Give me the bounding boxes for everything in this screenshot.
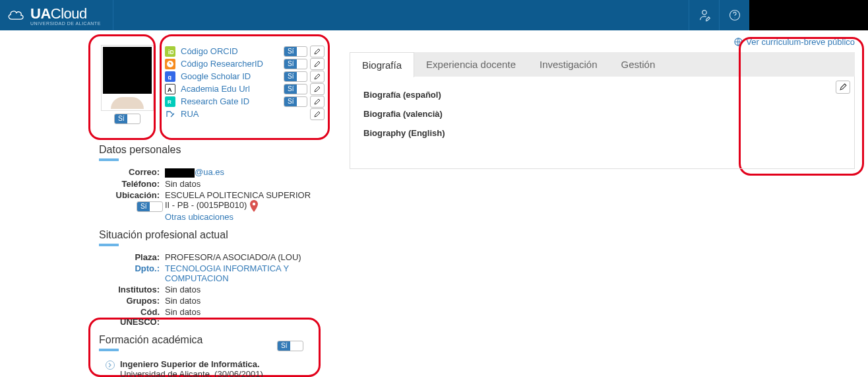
pencil-icon — [314, 73, 321, 80]
help-icon — [728, 9, 741, 22]
formacion-toggle[interactable]: Sí — [277, 341, 303, 351]
tab-bar: Biografía Experiencia docente Investigac… — [350, 52, 855, 77]
id-row-orcid: iD Código ORCID Sí — [165, 45, 325, 57]
rua-icon — [165, 109, 175, 120]
research-ids-box: iD Código ORCID Sí Código ResearcherID S… — [165, 45, 325, 124]
id-edit-button[interactable] — [310, 71, 325, 83]
tab-content: Biografía (español) Biografia (valencià)… — [350, 77, 855, 169]
section-datos-personales: Datos personales Correo: @ua.es Teléfono… — [86, 144, 330, 223]
id-edit-button[interactable] — [310, 58, 325, 70]
id-edit-button[interactable] — [310, 96, 325, 108]
svg-text:iD: iD — [168, 48, 173, 55]
cloud-icon — [7, 9, 25, 22]
id-toggle[interactable]: Sí — [284, 71, 307, 82]
ubicacion-toggle[interactable]: Sí — [137, 201, 163, 212]
google-scholar-icon: g — [165, 71, 175, 82]
pencil-icon — [314, 86, 321, 92]
id-edit-button[interactable] — [310, 83, 325, 95]
id-row-rgate: R Research Gate ID Sí — [165, 95, 325, 108]
section-situacion: Situación profesional actual Plaza:PROFE… — [86, 229, 330, 327]
id-row-academia: A Academia Edu Url Sí — [165, 83, 325, 95]
id-toggle[interactable]: Sí — [284, 46, 307, 57]
id-link[interactable]: RUA — [181, 109, 284, 119]
pencil-icon — [314, 48, 321, 55]
id-row-rua: RUA — [165, 108, 325, 120]
logo-subtitle: UNIVERSIDAD DE ALICANTE — [30, 21, 101, 26]
dpto-label-link[interactable]: Dpto.: — [135, 263, 160, 273]
id-link[interactable]: Research Gate ID — [181, 96, 284, 106]
researchgate-icon: R — [165, 96, 175, 107]
ver-cv-link[interactable]: Ver curriculum-breve público — [746, 37, 855, 47]
id-row-researcher: Código ResearcherID Sí — [165, 57, 325, 70]
help-button[interactable] — [719, 0, 749, 30]
profile-photo[interactable] — [101, 45, 154, 111]
bio-es: Biografía (español) — [363, 90, 841, 100]
id-toggle[interactable]: Sí — [284, 84, 307, 94]
bio-va: Biografia (valencià) — [363, 109, 841, 119]
pencil-icon — [840, 83, 847, 90]
id-toggle[interactable]: Sí — [284, 96, 307, 107]
tab-experiencia[interactable]: Experiencia docente — [414, 52, 528, 77]
profile-photo-box: Sí — [96, 45, 158, 124]
svg-text:R: R — [168, 99, 171, 105]
photo-visibility-toggle[interactable]: Sí — [114, 114, 140, 124]
tab-investigacion[interactable]: Investigación — [528, 52, 609, 77]
logo[interactable]: UACloud UNIVERSIDAD DE ALICANTE — [0, 5, 101, 26]
dpto-link[interactable]: TECNOLOGIA INFORMATICA Y COMPUTACION — [165, 263, 289, 283]
academia-icon: A — [165, 84, 175, 94]
role-switch-button[interactable] — [689, 0, 719, 30]
id-link[interactable]: Código ResearcherID — [181, 59, 284, 69]
email-link[interactable]: @ua.es — [195, 167, 224, 177]
id-link[interactable]: Código ORCID — [181, 46, 284, 56]
id-link[interactable]: Google Scholar ID — [181, 71, 284, 81]
user-menu[interactable] — [749, 0, 868, 30]
right-column: Ver curriculum-breve público Biografía E… — [350, 37, 855, 377]
chevron-right-icon — [106, 360, 115, 370]
id-link[interactable]: Academia Edu Url — [181, 84, 284, 94]
tab-gestion[interactable]: Gestión — [609, 52, 667, 77]
id-edit-button[interactable] — [310, 108, 325, 120]
bio-en: Biography (English) — [363, 128, 841, 138]
section-heading: Datos personales — [99, 144, 317, 156]
row-ubicacion: Ubicación: ESCUELA POLITECNICA SUPERIOR … — [99, 189, 317, 223]
bio-edit-button[interactable] — [836, 81, 850, 94]
tab-biografia[interactable]: Biografía — [350, 52, 414, 77]
row-correo: Correo: @ua.es — [99, 166, 317, 178]
row-telefono: Teléfono: Sin datos — [99, 178, 317, 189]
svg-point-5 — [253, 202, 255, 205]
svg-text:A: A — [168, 86, 172, 92]
id-row-scholar: g Google Scholar ID Sí — [165, 70, 325, 83]
orcid-icon: iD — [165, 46, 175, 57]
ver-cv-row: Ver curriculum-breve público — [350, 37, 855, 48]
section-heading: Situación profesional actual — [99, 229, 317, 241]
email-hidden — [165, 168, 195, 178]
left-column: Sí iD Código ORCID Sí Código ResearcherI… — [86, 37, 330, 377]
id-toggle[interactable]: Sí — [284, 59, 307, 69]
pencil-icon — [314, 98, 321, 105]
section-formacion: Formación académica Sí Ingeniero Superio… — [86, 334, 330, 377]
user-edit-icon — [697, 8, 712, 22]
otras-ubicaciones-link[interactable]: Otras ubicaciones — [165, 212, 233, 222]
researcherid-icon — [165, 59, 175, 69]
formacion-item[interactable]: Ingeniero Superior de Informática. Unive… — [99, 357, 317, 377]
logo-text: UACloud — [30, 5, 101, 22]
svg-text:g: g — [168, 73, 172, 80]
pencil-icon — [314, 111, 321, 118]
pencil-icon — [314, 61, 321, 67]
id-edit-button[interactable] — [310, 46, 325, 57]
location-pin-icon[interactable] — [249, 200, 259, 212]
globe-icon — [734, 38, 743, 48]
app-header: UACloud UNIVERSIDAD DE ALICANTE — [0, 0, 868, 30]
